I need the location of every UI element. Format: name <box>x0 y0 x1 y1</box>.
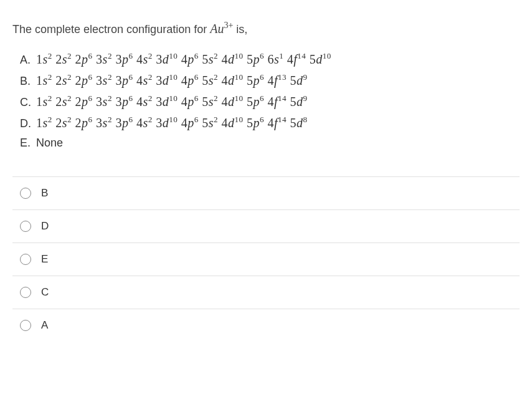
config-e: None <box>36 134 63 152</box>
radio-icon <box>20 221 31 232</box>
answer-choices: A. 1s2 2s2 2p6 3s2 3p6 4s2 3d10 4p6 5s2 … <box>20 49 520 152</box>
question-prefix: The complete electron configuration for <box>12 23 210 36</box>
choice-b: B. 1s2 2s2 2p6 3s2 3p6 4s2 3d10 4p6 5s2 … <box>20 70 520 90</box>
config-c: 1s2 2s2 2p6 3s2 3p6 4s2 3d10 4p6 5s2 4d1… <box>36 92 308 112</box>
choice-d: D. 1s2 2s2 2p6 3s2 3p6 4s2 3d10 4p6 5s2 … <box>20 113 520 133</box>
radio-icon <box>20 287 31 298</box>
config-b: 1s2 2s2 2p6 3s2 3p6 4s2 3d10 4p6 5s2 4d1… <box>36 70 308 90</box>
radio-icon <box>20 320 31 331</box>
radio-option-b[interactable]: B <box>12 177 520 210</box>
config-d: 1s2 2s2 2p6 3s2 3p6 4s2 3d10 4p6 5s2 4d1… <box>36 113 308 133</box>
species: Au3+ <box>210 22 233 36</box>
config-a: 1s2 2s2 2p6 3s2 3p6 4s2 3d10 4p6 5s2 4d1… <box>36 49 331 69</box>
radio-icon <box>20 188 31 199</box>
question-prompt: The complete electron configuration for … <box>12 19 520 38</box>
choice-e: E. None <box>20 134 520 152</box>
question-suffix: is, <box>236 23 247 36</box>
radio-option-c[interactable]: C <box>12 276 520 309</box>
choice-a: A. 1s2 2s2 2p6 3s2 3p6 4s2 3d10 4p6 5s2 … <box>20 49 520 69</box>
choice-c: C. 1s2 2s2 2p6 3s2 3p6 4s2 3d10 4p6 5s2 … <box>20 92 520 112</box>
radio-option-a[interactable]: A <box>12 309 520 342</box>
radio-option-d[interactable]: D <box>12 210 520 243</box>
radio-icon <box>20 254 31 265</box>
radio-option-e[interactable]: E <box>12 243 520 276</box>
radio-options: B D E C A <box>12 176 520 342</box>
